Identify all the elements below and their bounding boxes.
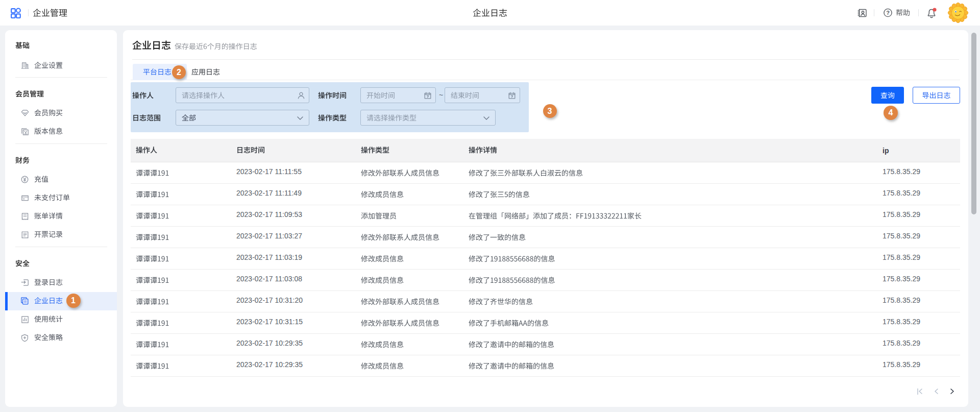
svg-text:?: ? xyxy=(886,10,890,16)
